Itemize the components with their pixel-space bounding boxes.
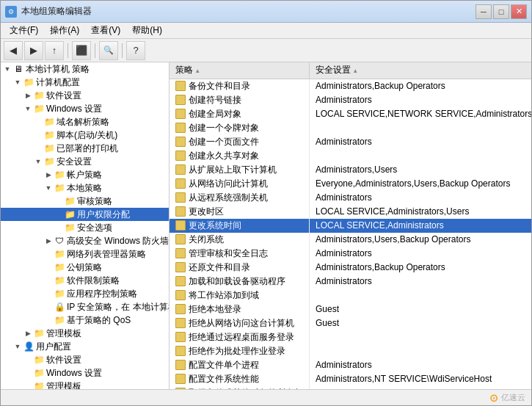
tree-item-security-options[interactable]: 📁 安全选项 — [1, 221, 169, 234]
policy-icon — [175, 248, 186, 258]
policy-name-cell: 创建一个令牌对象 — [170, 121, 310, 135]
policy-icon — [175, 81, 186, 91]
tree-item-printers[interactable]: 📁 已部署的打印机 — [1, 142, 169, 155]
tree-item-scripts[interactable]: 📁 脚本(启动/关机) — [1, 128, 169, 142]
minimize-button[interactable]: ─ — [475, 4, 492, 19]
tree-item-qos[interactable]: 📁 基于策略的 QoS — [1, 313, 169, 327]
table-row[interactable]: 拒绝通过远程桌面服务登录 — [170, 330, 531, 344]
close-button[interactable]: ✕ — [511, 4, 527, 19]
col-header-security[interactable]: 安全设置 — [310, 62, 532, 79]
table-row[interactable]: 拒绝本地登录Guest — [170, 302, 531, 316]
show-hide-button[interactable]: ⬛ — [72, 41, 91, 60]
policy-name-cell: 创建永久共享对象 — [170, 149, 310, 163]
table-row[interactable]: 创建一个令牌对象 — [170, 121, 531, 135]
policy-name-cell: 管理审核和安全日志 — [170, 247, 310, 261]
table-row[interactable]: 从扩展站上取下计算机Administrators,Users — [170, 163, 531, 177]
table-row[interactable]: 拒绝从网络访问这台计算机Guest — [170, 316, 531, 330]
tree-item-firewall[interactable]: ▶ 🛡 高级安全 Windows 防火墙 — [1, 234, 169, 247]
col-header-policy[interactable]: 策略 — [170, 62, 310, 79]
tree-toggle-15 — [43, 262, 54, 272]
tree-item-software-settings[interactable]: ▶ 📁 软件设置 — [1, 89, 169, 102]
table-row[interactable]: 配置文件单个进程Administrators — [170, 358, 531, 372]
tree-item-dns[interactable]: 📁 域名解析策略 — [1, 115, 169, 128]
tree-item-security-settings[interactable]: ▼ 📁 安全设置 — [1, 155, 169, 168]
policy-name-cell: 更改时区 — [170, 205, 310, 219]
tree-item-user-config[interactable]: ▼ 👤 用户配置 — [1, 340, 169, 353]
tree-label-1: 计算机配置 — [36, 76, 80, 89]
tree-item-windows-settings[interactable]: ▼ 📁 Windows 设置 — [1, 102, 169, 115]
maximize-button[interactable]: □ — [493, 4, 509, 19]
tree-item-network-list[interactable]: 📁 网络列表管理器策略 — [1, 247, 169, 261]
policy-icon — [175, 262, 186, 272]
tree-item-applocker[interactable]: 📁 应用程序控制策略 — [1, 287, 169, 300]
security-value-cell: Guest — [310, 316, 532, 330]
tree-toggle-14 — [43, 249, 54, 259]
app-icon: ⚙ — [5, 6, 17, 18]
policy-name-cell: 加载和卸载设备驱动程序 — [170, 275, 310, 289]
tree-item-admin-templates-comp[interactable]: ▶ 📁 管理模板 — [1, 327, 169, 340]
folder-icon-5: 📁 — [43, 129, 55, 141]
table-row[interactable]: 拒绝作为批处理作业登录 — [170, 344, 531, 358]
table-row[interactable]: 将工作站添加到域 — [170, 289, 531, 302]
table-row[interactable]: 关闭系统Administrators,Users,Backup Operator… — [170, 233, 531, 247]
table-row[interactable]: 加载和卸载设备驱动程序Administrators — [170, 275, 531, 289]
tree-label-2: 软件设置 — [46, 90, 81, 102]
tree-item-windows-settings-user[interactable]: 📁 Windows 设置 — [1, 366, 169, 380]
policy-icon — [175, 151, 186, 161]
main-content: ▼ 🖥 本地计算机 策略 ▼ 📁 计算机配置 ▶ 📁 软件设置 ▼ 📁 Wind… — [1, 62, 531, 389]
table-row[interactable]: 创建永久共享对象 — [170, 149, 531, 163]
table-row[interactable]: 创建一个页面文件Administrators — [170, 135, 531, 149]
table-row[interactable]: 从网络访问此计算机Everyone,Administrators,Users,B… — [170, 177, 531, 191]
help-button[interactable]: ? — [126, 41, 145, 60]
forward-button[interactable]: ▶ — [24, 41, 43, 60]
tree-item-software-restrict[interactable]: 📁 软件限制策略 — [1, 274, 169, 287]
table-row[interactable]: 备份文件和目录Administrators,Backup Operators — [170, 79, 531, 93]
tree-item-admin-templates-user[interactable]: 📁 管理模板 — [1, 380, 169, 389]
table-row[interactable]: 创建符号链接Administrators — [170, 93, 531, 107]
table-row[interactable]: 创建全局对象LOCAL SERVICE,NETWORK SERVICE,Admi… — [170, 107, 531, 121]
menu-file[interactable]: 文件(F) — [4, 23, 44, 38]
tree-toggle-5 — [33, 130, 43, 140]
policy-icon — [175, 206, 186, 217]
policy-table: 策略 安全设置 备份文件和目录Administrators,Backup Ope… — [170, 62, 531, 389]
menu-view[interactable]: 查看(V) — [85, 23, 126, 38]
tree-item-user-rights[interactable]: 📁 用户权限分配 — [1, 208, 169, 221]
table-row[interactable]: 还原文件和目录Administrators,Backup Operators — [170, 261, 531, 275]
tree-item-local-policy[interactable]: ▼ 📁 本地策略 — [1, 181, 169, 195]
tree-label-11: 用户权限分配 — [77, 209, 130, 221]
policy-icon — [175, 137, 186, 147]
toolbar-sep-3 — [122, 43, 123, 58]
security-value-cell: Everyone,Administrators,Users,Backup Ope… — [310, 177, 532, 191]
back-button[interactable]: ◀ — [4, 41, 23, 60]
tree-item-audit-policy[interactable]: 📁 审核策略 — [1, 195, 169, 208]
table-row[interactable]: 更改时区LOCAL SERVICE,Administrators,Users — [170, 205, 531, 219]
policy-icon — [175, 95, 186, 105]
folder-icon-16: 📁 — [54, 275, 65, 286]
watermark: ⊙ 亿速云 — [489, 392, 525, 404]
tree-toggle-13: ▶ — [43, 236, 54, 246]
folder-icon: 📁 — [23, 76, 34, 88]
menu-action[interactable]: 操作(A) — [44, 23, 85, 38]
tree-toggle-11 — [54, 209, 64, 220]
folder-icon-15: 📁 — [54, 261, 65, 273]
folder-icon-17: 📁 — [54, 288, 65, 300]
up-button[interactable]: ↑ — [45, 41, 64, 60]
table-row[interactable]: 更改系统时间LOCAL SERVICE,Administrators — [170, 219, 531, 233]
tree-root[interactable]: ▼ 🖥 本地计算机 策略 — [1, 62, 169, 76]
table-row[interactable]: 从远程系统强制关机Administrators — [170, 191, 531, 205]
tree-item-software-settings-user[interactable]: 📁 软件设置 — [1, 353, 169, 366]
policy-icon — [175, 290, 186, 300]
tree-item-ipsec[interactable]: 🔒 IP 安全策略，在 本地计算机 — [1, 300, 169, 313]
policy-name-cell: 从扩展站上取下计算机 — [170, 163, 310, 177]
tree-item-pubkey[interactable]: 📁 公钥策略 — [1, 261, 169, 274]
menu-help[interactable]: 帮助(H) — [126, 23, 168, 38]
tree-item-account-policy[interactable]: ▶ 📁 帐户策略 — [1, 168, 169, 181]
find-button[interactable]: 🔍 — [99, 41, 118, 60]
security-value-cell: Administrators,Users — [310, 163, 532, 177]
tree-item-computer-config[interactable]: ▼ 📁 计算机配置 — [1, 76, 169, 89]
folder-icon-12: 📁 — [64, 222, 76, 233]
policy-name-cell: 拒绝作为批处理作业登录 — [170, 344, 310, 358]
folder-icon-22: 📁 — [33, 354, 45, 366]
table-row[interactable]: 配置文件系统性能Administrators,NT SERVICE\WdiSer… — [170, 372, 531, 386]
table-row[interactable]: 管理审核和安全日志Administrators — [170, 247, 531, 261]
